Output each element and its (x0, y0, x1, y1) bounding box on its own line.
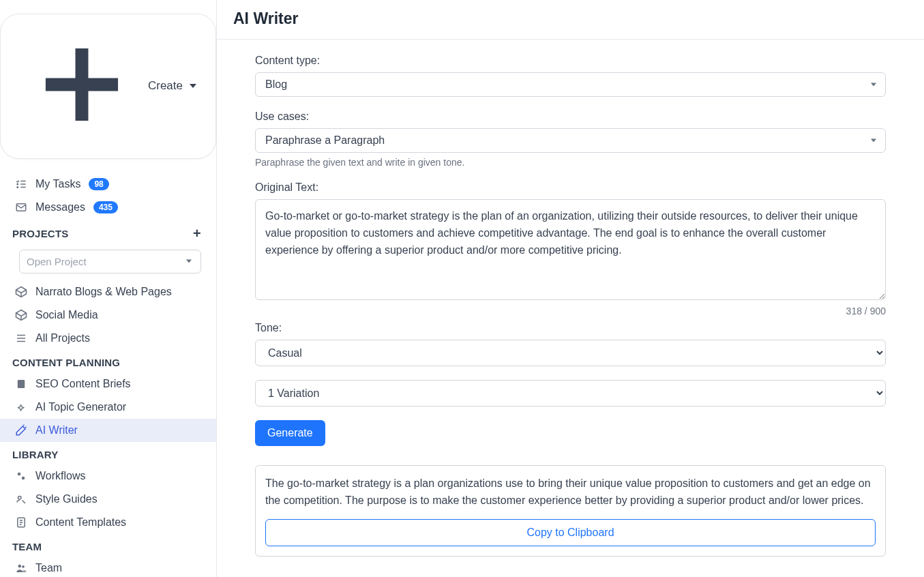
sidebar-item-ai-topic-generator[interactable]: AI Topic Generator (0, 396, 216, 419)
use-cases-hint: Paraphrase the given text and write in g… (255, 157, 886, 168)
generate-button[interactable]: Generate (255, 420, 325, 446)
users-icon (15, 562, 27, 574)
section-header-projects: PROJECTS + (0, 219, 216, 246)
result-text: The go-to-market strategy is a plan orga… (265, 475, 876, 509)
sidebar-item-label: My Tasks (35, 178, 80, 190)
sidebar-item-label: Social Media (35, 309, 98, 321)
main-header: AI Writer (217, 0, 924, 40)
tone-label: Tone: (255, 322, 886, 334)
document-icon (15, 378, 27, 390)
cube-icon (15, 286, 27, 298)
section-header-team: TEAM (0, 534, 216, 557)
palette-icon (15, 493, 27, 505)
sidebar-item-team[interactable]: Team (0, 557, 216, 577)
sidebar-item-social-media[interactable]: Social Media (0, 304, 216, 327)
content-type-label: Content type: (255, 55, 886, 67)
sidebar-item-label: Workflows (35, 470, 86, 482)
sidebar: Create My Tasks 98 Messages 435 PROJECTS… (0, 0, 217, 577)
sidebar-item-content-templates[interactable]: Content Templates (0, 511, 216, 534)
badge-count: 435 (93, 201, 118, 213)
original-text-label: Original Text: (255, 181, 886, 194)
sidebar-item-label: Narrato Blogs & Web Pages (35, 286, 172, 298)
magic-wand-icon (15, 424, 27, 437)
svg-line-17 (25, 427, 27, 428)
sidebar-item-label: SEO Content Briefs (35, 378, 131, 390)
svg-point-19 (22, 477, 25, 480)
template-icon (15, 516, 27, 529)
char-counter: 318 / 900 (255, 306, 886, 316)
use-cases-select[interactable]: Paraphrase a Paragraph (255, 128, 886, 153)
svg-point-6 (17, 187, 18, 188)
svg-point-25 (18, 565, 22, 568)
sidebar-item-label: Team (35, 562, 62, 574)
cube-icon (15, 309, 27, 321)
copy-to-clipboard-button[interactable]: Copy to Clipboard (265, 519, 876, 546)
sparkle-icon (15, 401, 27, 413)
sidebar-item-label: Style Guides (35, 493, 98, 505)
original-text-input[interactable] (255, 199, 886, 300)
svg-line-16 (23, 425, 25, 426)
sidebar-item-narrato-blogs[interactable]: Narrato Blogs & Web Pages (0, 280, 216, 304)
gear-icon (15, 470, 27, 482)
sidebar-item-style-guides[interactable]: Style Guides (0, 488, 216, 511)
tasks-icon (15, 178, 27, 190)
svg-point-20 (18, 496, 22, 499)
sidebar-item-my-tasks[interactable]: My Tasks 98 (0, 173, 216, 196)
plus-icon (20, 23, 144, 150)
section-header-library: LIBRARY (0, 442, 216, 464)
add-project-button[interactable]: + (193, 226, 201, 241)
svg-rect-15 (18, 380, 25, 388)
variation-select[interactable]: 1 Variation (255, 380, 886, 406)
create-button[interactable]: Create (0, 14, 216, 159)
svg-point-26 (22, 565, 25, 568)
content-type-value: Blog (255, 72, 886, 97)
create-label: Create (148, 79, 183, 93)
use-cases-value: Paraphrase a Paragraph (255, 128, 886, 153)
badge-count: 98 (89, 178, 108, 190)
sidebar-item-label: AI Writer (35, 424, 78, 437)
open-project-select[interactable]: Open Project (19, 250, 201, 273)
use-cases-label: Use cases: (255, 110, 886, 123)
sidebar-item-label: All Projects (35, 332, 90, 344)
sidebar-item-ai-writer[interactable]: AI Writer (0, 419, 216, 442)
sidebar-item-label: Messages (35, 201, 85, 213)
sidebar-item-workflows[interactable]: Workflows (0, 464, 216, 488)
chevron-down-icon (190, 84, 196, 88)
svg-point-5 (17, 183, 18, 185)
mail-icon (15, 201, 27, 213)
sidebar-item-label: AI Topic Generator (35, 401, 126, 413)
content-type-select[interactable]: Blog (255, 72, 886, 97)
sidebar-item-all-projects[interactable]: All Projects (0, 327, 216, 350)
result-box: The go-to-market strategy is a plan orga… (255, 465, 886, 557)
list-icon (15, 332, 27, 344)
page-title: AI Writer (233, 10, 908, 28)
sidebar-item-messages[interactable]: Messages 435 (0, 196, 216, 219)
tone-select[interactable]: Casual (255, 340, 886, 366)
svg-point-18 (18, 473, 21, 476)
section-header-content-planning: CONTENT PLANNING (0, 350, 216, 372)
main-panel: AI Writer Content type: Blog Use cases: … (217, 0, 924, 577)
open-project-placeholder: Open Project (19, 250, 201, 273)
sidebar-item-seo-briefs[interactable]: SEO Content Briefs (0, 372, 216, 396)
sidebar-item-label: Content Templates (35, 516, 126, 529)
